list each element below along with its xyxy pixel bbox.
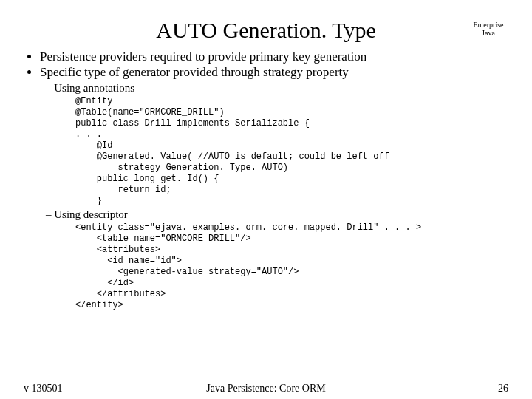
corner-line1: Enterprise <box>468 21 508 29</box>
corner-label: Enterprise Java <box>468 21 508 37</box>
sub-bullet-list-1: Using annotations <box>24 82 508 95</box>
footer-page-number: 26 <box>498 383 508 395</box>
bullet-1: Persistence providers required to provid… <box>40 49 508 64</box>
slide: AUTO Generation. Type Enterprise Java Pe… <box>0 0 532 399</box>
header: AUTO Generation. Type Enterprise Java <box>24 18 508 43</box>
bullet-2: Specific type of generator provided thro… <box>40 64 508 80</box>
code-descriptor: <entity class="ejava. examples. orm. cor… <box>75 222 508 311</box>
sub-bullet-list-2: Using descriptor <box>24 208 508 221</box>
footer-title: Java Persistence: Core ORM <box>24 383 508 395</box>
slide-title: AUTO Generation. Type <box>24 18 508 43</box>
bullet-list: Persistence providers required to provid… <box>24 49 508 81</box>
sub-bullet-descriptor: Using descriptor <box>46 208 508 221</box>
sub-bullet-annotations: Using annotations <box>46 82 508 95</box>
code-annotations: @Entity @Table(name="ORMCORE_DRILL") pub… <box>75 96 508 207</box>
corner-line2: Java <box>468 29 508 37</box>
